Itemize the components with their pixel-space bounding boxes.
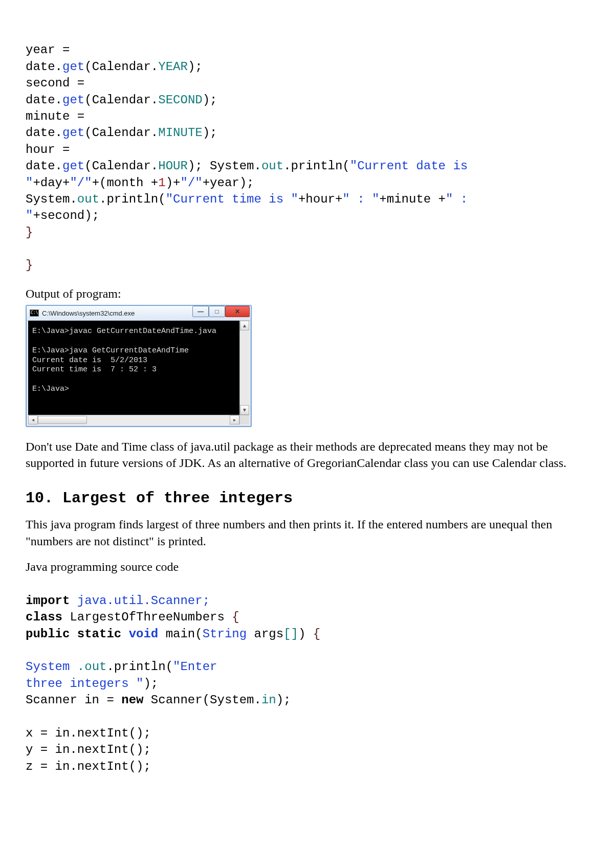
code-line: date.get(Calendar.MINUTE); <box>26 126 217 140</box>
code-line: public static void main(String args[]) { <box>26 627 320 641</box>
code-line: year = <box>26 43 70 57</box>
code-line: } <box>26 226 33 239</box>
minimize-icon: — <box>198 308 204 315</box>
code-line: z = in.nextInt(); <box>26 760 151 773</box>
scroll-right-icon[interactable]: ▸ <box>230 415 239 425</box>
resize-grip-icon <box>239 415 249 425</box>
cmd-titlebar: C:\Windows\system32\cmd.exe — □ ✕ <box>27 306 251 321</box>
close-button[interactable]: ✕ <box>225 306 250 317</box>
code-line: class LargestOfThreeNumbers { <box>26 610 239 624</box>
output-label: Output of program: <box>26 285 588 302</box>
code-line: hour = <box>26 143 70 157</box>
code-line: } <box>26 258 33 272</box>
minimize-button[interactable]: — <box>192 306 209 317</box>
cmd-output: E:\Java>javac GetCurrentDateAndTime.java… <box>28 321 249 414</box>
scroll-up-icon[interactable]: ▲ <box>240 321 249 330</box>
paragraph-desc: This java program finds largest of three… <box>26 516 588 549</box>
vertical-scrollbar[interactable]: ▲ ▼ <box>239 321 249 414</box>
code-line: "+second); <box>26 209 99 222</box>
code-line: date.get(Calendar.HOUR); System.out.prin… <box>26 159 468 173</box>
horizontal-scrollbar[interactable]: ◂ ▸ <box>28 415 249 425</box>
paragraph-src-label: Java programming source code <box>26 559 588 575</box>
code-block-2: import java.util.Scanner; class LargestO… <box>26 576 588 775</box>
scroll-left-icon[interactable]: ◂ <box>28 415 38 425</box>
code-line: date.get(Calendar.SECOND); <box>26 93 217 107</box>
code-line: "+day+"/"+(month +1)+"/"+year); <box>26 176 254 190</box>
cmd-window: C:\Windows\system32\cmd.exe — □ ✕ E:\Jav… <box>26 305 252 427</box>
maximize-icon: □ <box>215 308 218 315</box>
cmd-title-text: C:\Windows\system32\cmd.exe <box>42 309 135 317</box>
code-line: Scanner in = new Scanner(System.in); <box>26 693 291 707</box>
scrollbar-thumb[interactable] <box>38 416 87 424</box>
code-line: y = in.nextInt(); <box>26 743 151 756</box>
code-line: System .out.println("Enter <box>26 660 217 674</box>
code-line: second = <box>26 76 84 90</box>
code-block-1: year = date.get(Calendar.YEAR); second =… <box>26 26 588 274</box>
cmd-icon <box>30 309 39 317</box>
section-heading: 10. Largest of three integers <box>26 489 588 507</box>
code-line: minute = <box>26 109 84 123</box>
code-line: System.out.println("Current time is "+ho… <box>26 192 468 206</box>
scroll-down-icon[interactable]: ▼ <box>240 405 249 415</box>
code-line: x = in.nextInt(); <box>26 726 151 740</box>
paragraph-note: Don't use Date and Time class of java.ut… <box>26 438 588 472</box>
code-line: three integers "); <box>26 677 158 691</box>
code-line: date.get(Calendar.YEAR); <box>26 60 203 74</box>
maximize-button[interactable]: □ <box>209 306 225 317</box>
code-line: import java.util.Scanner; <box>26 594 210 608</box>
close-icon: ✕ <box>235 308 240 315</box>
